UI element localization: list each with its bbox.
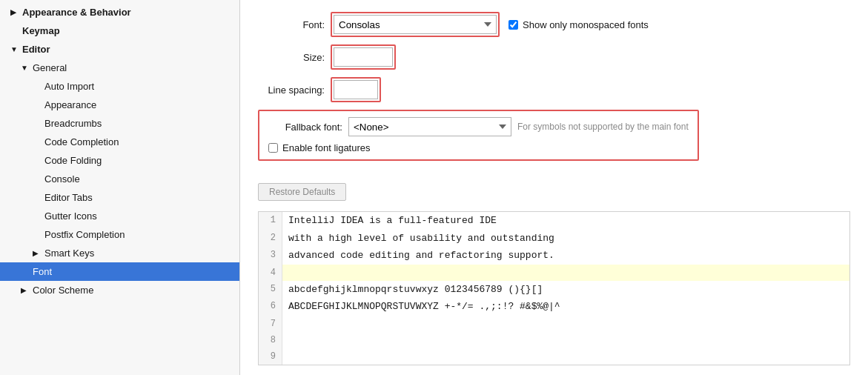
sidebar-item-smart-keys[interactable]: ▶Smart Keys [0, 244, 239, 262]
line-number: 7 [259, 316, 282, 332]
sidebar-item-auto-import[interactable]: Auto Import [0, 77, 239, 96]
arrow-icon: ▶ [10, 8, 19, 16]
line-content [282, 316, 294, 332]
line-number: 2 [259, 230, 282, 248]
sidebar-item-label: Auto Import [44, 81, 94, 92]
line-number: 4 [259, 265, 282, 281]
arrow-icon: ▶ [21, 286, 30, 294]
preview-line: 6ABCDEFGHIJKLMNOPQRSTUVWXYZ +-*/= .,;:!?… [259, 298, 849, 316]
line-content: with a high level of usability and outst… [282, 230, 560, 248]
font-row: Font: Consolas Show only monospaced font… [258, 12, 850, 37]
enable-ligatures-checkbox[interactable] [268, 143, 278, 153]
sidebar-item-label: Font [33, 266, 52, 277]
sidebar-item-gutter-icons[interactable]: Gutter Icons [0, 207, 239, 225]
arrow-icon: ▶ [33, 249, 42, 257]
sidebar-item-color-scheme[interactable]: ▶Color Scheme [0, 281, 239, 299]
sidebar-item-label: Code Folding [44, 155, 102, 166]
arrow-icon: ▼ [21, 64, 30, 72]
restore-defaults-button[interactable]: Restore Defaults [258, 183, 346, 201]
size-outline-group: 13 [331, 44, 396, 70]
line-number: 9 [259, 348, 282, 365]
line-spacing-label: Line spacing: [258, 84, 325, 96]
line-spacing-input[interactable]: 1.2 [334, 80, 378, 99]
size-label: Size: [258, 52, 325, 63]
preview-line: 8 [259, 332, 849, 348]
line-content: ABCDEFGHIJKLMNOPQRSTUVWXYZ +-*/= .,;:!? … [282, 298, 566, 316]
sidebar-item-postfix-completion[interactable]: Postfix Completion [0, 225, 239, 244]
sidebar-item-appearance-behavior[interactable]: ▶Appearance & Behavior [0, 3, 239, 21]
line-content: advanced code editing and refactoring su… [282, 247, 560, 265]
preview-line: 4 [259, 265, 849, 281]
font-select[interactable]: Consolas [334, 15, 497, 34]
font-outline-group: Consolas [331, 12, 500, 37]
sidebar-item-code-folding[interactable]: Code Folding [0, 151, 239, 170]
line-content: IntelliJ IDEA is a full-featured IDE [282, 212, 503, 230]
sidebar-item-label: Appearance & Behavior [22, 7, 131, 18]
fallback-hint: For symbols not supported by the main fo… [517, 122, 689, 132]
sidebar-item-code-completion[interactable]: Code Completion [0, 133, 239, 151]
sidebar-item-keymap[interactable]: Keymap [0, 21, 239, 40]
line-number: 1 [259, 212, 282, 230]
sidebar-item-label: Postfix Completion [44, 229, 125, 240]
fallback-font-row: Fallback font: <None> For symbols not su… [268, 117, 689, 136]
sidebar-item-label: Appearance [44, 99, 96, 110]
preview-line: 2with a high level of usability and outs… [259, 230, 849, 248]
enable-ligatures-label: Enable font ligatures [282, 142, 371, 153]
settings-sidebar: ▶Appearance & BehaviorKeymap▼Editor▼Gene… [0, 0, 240, 375]
line-spacing-outline-group: 1.2 [331, 77, 381, 102]
line-spacing-row: Line spacing: 1.2 [258, 77, 850, 102]
size-row: Size: 13 [258, 44, 850, 70]
preview-area: 1IntelliJ IDEA is a full-featured IDE2wi… [258, 211, 850, 365]
sidebar-item-editor-tabs[interactable]: Editor Tabs [0, 188, 239, 207]
line-number: 3 [259, 247, 282, 265]
sidebar-item-label: Color Scheme [33, 285, 93, 296]
line-number: 5 [259, 281, 282, 299]
line-content [282, 332, 294, 348]
sidebar-item-appearance[interactable]: Appearance [0, 96, 239, 114]
enable-ligatures-row: Enable font ligatures [268, 142, 689, 153]
sidebar-item-general[interactable]: ▼General [0, 59, 239, 77]
size-input[interactable]: 13 [334, 47, 393, 67]
sidebar-item-editor[interactable]: ▼Editor [0, 40, 239, 59]
sidebar-item-font[interactable]: Font [0, 262, 239, 281]
fallback-font-label: Fallback font: [268, 122, 342, 133]
show-monospaced-checkbox[interactable] [508, 20, 518, 30]
sidebar-item-label: Smart Keys [44, 248, 94, 259]
show-monospaced-label: Show only monospaced fonts [523, 19, 649, 30]
arrow-icon: ▼ [10, 45, 19, 53]
sidebar-item-label: Breadcrumbs [44, 118, 102, 129]
sidebar-item-console[interactable]: Console [0, 170, 239, 188]
font-label: Font: [258, 19, 325, 30]
monospaced-checkbox-row: Show only monospaced fonts [508, 19, 649, 30]
sidebar-item-label: Editor [22, 44, 50, 55]
line-content [282, 348, 294, 365]
line-number: 8 [259, 332, 282, 348]
restore-defaults-row: Restore Defaults [258, 171, 850, 201]
fallback-font-select[interactable]: <None> [348, 117, 511, 136]
preview-line: 3advanced code editing and refactoring s… [259, 247, 849, 265]
sidebar-item-label: Code Completion [44, 136, 119, 147]
line-content: abcdefghijklmnopqrstuvwxyz 0123456789 ()… [282, 281, 549, 299]
line-number: 6 [259, 298, 282, 316]
sidebar-item-breadcrumbs[interactable]: Breadcrumbs [0, 114, 239, 133]
main-content: Font: Consolas Show only monospaced font… [240, 0, 868, 375]
sidebar-item-label: Editor Tabs [44, 192, 93, 203]
sidebar-item-label: Gutter Icons [44, 210, 97, 222]
fallback-ligatures-group: Fallback font: <None> For symbols not su… [258, 110, 699, 161]
preview-line: 7 [259, 316, 849, 332]
preview-line: 1IntelliJ IDEA is a full-featured IDE [259, 212, 849, 230]
line-content [282, 265, 294, 281]
preview-line: 9 [259, 348, 849, 365]
preview-line: 5abcdefghijklmnopqrstuvwxyz 0123456789 (… [259, 281, 849, 299]
sidebar-item-label: General [33, 62, 67, 73]
sidebar-item-label: Console [44, 173, 80, 185]
sidebar-item-label: Keymap [22, 25, 60, 36]
